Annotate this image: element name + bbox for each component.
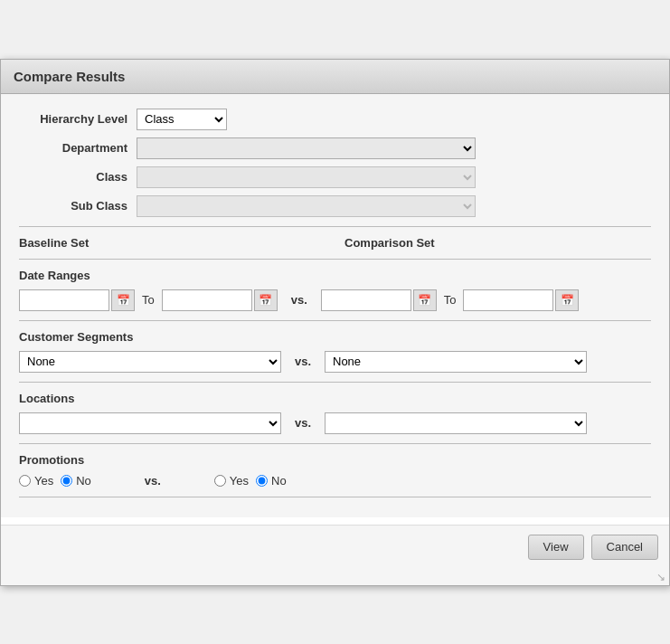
- divider-6: [19, 497, 651, 497]
- hierarchy-level-row: Hierarchy Level Class Department Sub Cla…: [19, 109, 651, 130]
- divider-3: [19, 320, 651, 321]
- subclass-row: Sub Class: [19, 195, 651, 217]
- baseline-date-end-pair: 📅: [162, 289, 278, 311]
- comparison-date-pair: 📅: [321, 289, 437, 311]
- baseline-promo-yes-label: Yes: [19, 474, 53, 488]
- comparison-date-start[interactable]: [321, 289, 411, 311]
- hierarchy-level-label: Hierarchy Level: [19, 112, 137, 126]
- subclass-label: Sub Class: [19, 199, 137, 213]
- baseline-date-start[interactable]: [19, 289, 109, 311]
- baseline-promo-group: Yes No: [19, 474, 91, 488]
- resize-handle: ↘: [1, 569, 669, 585]
- department-dropdown[interactable]: [137, 137, 476, 159]
- baseline-cal-end-button[interactable]: 📅: [254, 289, 278, 311]
- customer-segments-row: None vs. None: [19, 351, 651, 373]
- baseline-location-dropdown[interactable]: [19, 412, 281, 434]
- set-headers: Baseline Set Comparison Set: [19, 236, 651, 250]
- promotions-section: Promotions Yes No vs.: [19, 453, 651, 488]
- comparison-segment-dropdown[interactable]: None: [325, 351, 587, 373]
- baseline-date-pair: 📅: [19, 289, 135, 311]
- baseline-promo-no-text: No: [76, 474, 91, 488]
- comparison-promo-no-label: No: [256, 474, 287, 488]
- comparison-cal-start-button[interactable]: 📅: [413, 289, 437, 311]
- baseline-promo-yes-text: Yes: [34, 474, 53, 488]
- view-button[interactable]: View: [528, 535, 584, 560]
- date-ranges-section: Date Ranges 📅 To 📅 vs. 📅 To: [19, 269, 651, 311]
- class-label: Class: [19, 170, 137, 184]
- divider-5: [19, 443, 651, 444]
- subclass-dropdown[interactable]: [137, 195, 476, 217]
- comparison-promo-yes-label: Yes: [214, 474, 249, 488]
- segments-vs-label: vs.: [285, 355, 321, 368]
- baseline-promo-no-radio[interactable]: [61, 475, 72, 487]
- date-ranges-row: 📅 To 📅 vs. 📅 To 📅: [19, 289, 651, 311]
- locations-section: Locations vs.: [19, 392, 651, 434]
- date-to-label-1: To: [138, 293, 158, 307]
- comparison-date-end-pair: 📅: [463, 289, 579, 311]
- customer-segments-title: Customer Segments: [19, 330, 651, 344]
- date-vs-label: vs.: [281, 293, 317, 307]
- divider-2: [19, 259, 651, 260]
- department-label: Department: [19, 141, 137, 155]
- comparison-promo-group: Yes No: [214, 474, 287, 488]
- dialog-title: Compare Results: [1, 60, 669, 94]
- comparison-location-dropdown[interactable]: [325, 412, 587, 434]
- baseline-promo-yes-radio[interactable]: [19, 475, 31, 487]
- compare-results-dialog: Compare Results Hierarchy Level Class De…: [0, 59, 670, 586]
- button-row: View Cancel: [1, 525, 669, 569]
- resize-icon: ↘: [656, 571, 665, 583]
- divider-1: [19, 226, 651, 227]
- cancel-button[interactable]: Cancel: [591, 535, 658, 560]
- class-dropdown[interactable]: [137, 166, 476, 188]
- date-to-label-2: To: [440, 293, 460, 307]
- hierarchy-dropdown[interactable]: Class Department Sub Class: [137, 109, 227, 130]
- promotions-vs-label: vs.: [135, 474, 171, 488]
- comparison-date-end[interactable]: [463, 289, 553, 311]
- baseline-promo-no-label: No: [61, 474, 91, 488]
- baseline-date-end[interactable]: [162, 289, 252, 311]
- class-row: Class: [19, 166, 651, 188]
- comparison-label: Comparison Set: [344, 236, 435, 250]
- comparison-promo-yes-radio[interactable]: [214, 475, 226, 487]
- hierarchy-select-container: Class Department Sub Class: [137, 109, 227, 130]
- comparison-promo-no-radio[interactable]: [256, 475, 268, 487]
- locations-title: Locations: [19, 392, 651, 405]
- dialog-body: Hierarchy Level Class Department Sub Cla…: [1, 94, 669, 517]
- baseline-cal-start-button[interactable]: 📅: [111, 289, 135, 311]
- comparison-promo-no-text: No: [271, 474, 287, 488]
- locations-row: vs.: [19, 412, 651, 434]
- customer-segments-section: Customer Segments None vs. None: [19, 330, 651, 373]
- baseline-segment-dropdown[interactable]: None: [19, 351, 281, 373]
- locations-vs-label: vs.: [285, 416, 321, 430]
- divider-4: [19, 382, 651, 383]
- promotions-title: Promotions: [19, 453, 651, 467]
- comparison-cal-end-button[interactable]: 📅: [555, 289, 579, 311]
- department-row: Department: [19, 137, 651, 159]
- date-ranges-title: Date Ranges: [19, 269, 651, 282]
- comparison-promo-yes-text: Yes: [230, 474, 249, 488]
- baseline-label: Baseline Set: [19, 236, 344, 250]
- promotions-row: Yes No vs. Yes No: [19, 474, 651, 488]
